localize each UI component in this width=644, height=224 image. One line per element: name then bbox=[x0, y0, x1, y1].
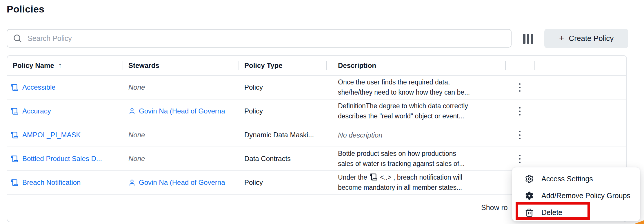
scroll-icon bbox=[370, 173, 378, 181]
column-divider bbox=[326, 61, 327, 70]
policy-name-link[interactable]: Bottled Product Sales D... bbox=[22, 155, 102, 163]
sort-ascending-icon[interactable]: ↑ bbox=[58, 61, 62, 70]
policy-type: Policy bbox=[239, 107, 326, 115]
steward-link[interactable]: Govin Na (Head of Governa bbox=[139, 107, 225, 115]
policy-description: Bottle product sales on how productions … bbox=[326, 149, 505, 169]
scroll-icon bbox=[11, 84, 19, 91]
policy-name-link[interactable]: Breach Notification bbox=[22, 178, 81, 187]
column-settings-button[interactable] bbox=[521, 33, 535, 45]
trash-icon bbox=[525, 208, 534, 217]
scroll-icon bbox=[11, 155, 19, 163]
table-row: AMPOL_PI_MASK None Dynamic Data Maski...… bbox=[7, 123, 626, 147]
menu-item-delete[interactable]: Delete bbox=[512, 204, 640, 221]
page-title: Policies bbox=[7, 3, 44, 15]
column-divider bbox=[505, 61, 506, 70]
show-rows-label: Show ro bbox=[481, 203, 508, 212]
policy-type: Policy bbox=[239, 83, 326, 91]
plus-icon: + bbox=[559, 33, 565, 43]
column-header-description[interactable]: Description bbox=[326, 62, 505, 70]
search-box[interactable] bbox=[7, 29, 512, 48]
scroll-icon bbox=[11, 107, 19, 115]
create-policy-label: Create Policy bbox=[569, 34, 614, 43]
scroll-icon bbox=[11, 131, 19, 139]
column-divider bbox=[123, 61, 123, 70]
policy-type: Policy bbox=[239, 178, 326, 187]
policy-type: Dynamic Data Maski... bbox=[239, 131, 326, 139]
steward-link[interactable]: Govin Na (Head of Governa bbox=[139, 178, 225, 187]
policy-description: Under the<..> , breach notification will… bbox=[326, 172, 505, 193]
steward-none: None bbox=[128, 155, 145, 163]
row-actions-context-menu: Access Settings Add/Remove Policy Groups… bbox=[512, 167, 640, 221]
row-actions-kebab-icon[interactable] bbox=[516, 81, 523, 94]
policy-name-link[interactable]: Accessible bbox=[22, 83, 56, 91]
create-policy-button[interactable]: + Create Policy bbox=[544, 29, 628, 48]
row-actions-kebab-icon[interactable] bbox=[516, 129, 523, 142]
column-view-icon bbox=[523, 34, 525, 44]
column-header-policy-type[interactable]: Policy Type bbox=[239, 62, 326, 70]
row-actions-kebab-icon[interactable] bbox=[516, 105, 523, 118]
column-divider bbox=[534, 61, 535, 70]
search-input[interactable] bbox=[27, 34, 506, 43]
user-icon bbox=[128, 108, 136, 115]
policy-description: DefinitionThe degree to which data corre… bbox=[326, 101, 505, 121]
policy-name-link[interactable]: AMPOL_PI_MASK bbox=[22, 131, 81, 139]
steward-none: None bbox=[128, 131, 145, 139]
search-icon bbox=[12, 33, 22, 43]
gear-outline-icon bbox=[525, 174, 534, 183]
table-header-row: Policy Name ↑ Stewards Policy Type Descr… bbox=[7, 56, 626, 76]
menu-item-access-settings[interactable]: Access Settings bbox=[512, 170, 640, 187]
gear-solid-icon bbox=[525, 191, 534, 200]
policy-name-link[interactable]: Accuracy bbox=[22, 107, 51, 115]
column-divider bbox=[239, 61, 239, 70]
row-actions-kebab-icon[interactable] bbox=[516, 152, 523, 165]
table-row: Accessible None Policy Once the user fin… bbox=[7, 76, 626, 100]
column-header-stewards[interactable]: Stewards bbox=[123, 62, 239, 70]
menu-item-add-remove-policy-groups[interactable]: Add/Remove Policy Groups bbox=[512, 187, 640, 204]
column-header-policy-name[interactable]: Policy Name ↑ bbox=[7, 61, 123, 70]
policy-description: Once the user finds the required data, s… bbox=[326, 77, 505, 97]
table-row: Accuracy Govin Na (Head of Governa Polic… bbox=[7, 100, 626, 123]
steward-none: None bbox=[128, 83, 145, 91]
scroll-icon bbox=[11, 179, 19, 187]
policy-type: Data Contracts bbox=[239, 155, 326, 163]
policy-description: No description bbox=[326, 130, 505, 140]
user-icon bbox=[128, 179, 136, 186]
